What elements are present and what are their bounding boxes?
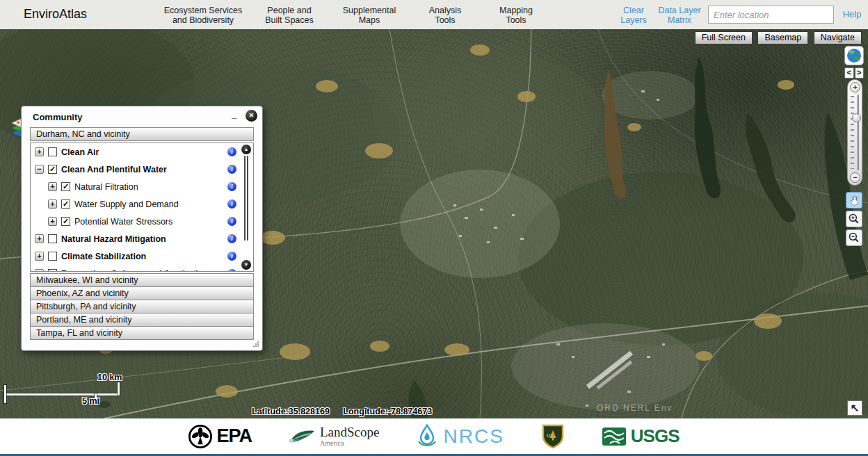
info-icon[interactable] xyxy=(227,182,236,191)
slider-zoom-in-icon[interactable]: + xyxy=(850,82,860,92)
epa-flower-icon xyxy=(188,425,212,448)
checkbox[interactable] xyxy=(48,234,57,243)
minimize-button[interactable]: _ xyxy=(232,109,241,120)
community-header-phoenix[interactable]: Phoenix, AZ and vicinity xyxy=(30,286,254,300)
expand-icon[interactable]: + xyxy=(35,147,44,156)
full-screen-button[interactable]: Full Screen xyxy=(695,31,753,44)
zoom-slider-track[interactable] xyxy=(857,95,859,170)
info-icon[interactable] xyxy=(227,234,236,243)
default-extent-button[interactable] xyxy=(847,400,862,416)
collapse-icon[interactable]: − xyxy=(35,165,44,174)
resize-grip[interactable] xyxy=(252,340,259,348)
tree-row-water-supply[interactable]: + ✓ Water Supply and Demand xyxy=(31,195,253,213)
usgs-wordmark: USGS xyxy=(631,425,680,447)
expand-icon[interactable]: + xyxy=(48,200,57,209)
next-extent-icon[interactable]: > xyxy=(855,67,865,79)
checkbox[interactable]: ✓ xyxy=(61,182,70,191)
zoom-out-tool-button[interactable] xyxy=(846,229,862,246)
checkbox[interactable]: ✓ xyxy=(48,165,57,174)
nav-mapping-tools[interactable]: Mapping Tools xyxy=(499,6,533,25)
usfs-logo[interactable]: US xyxy=(540,423,565,450)
nav-supplemental-maps[interactable]: Supplemental Maps xyxy=(343,6,396,25)
previous-extent-icon[interactable]: < xyxy=(844,67,854,79)
tree-row-natural-filtration[interactable]: + ✓ Natural Filtration xyxy=(31,178,253,195)
epa-logo[interactable]: EPA xyxy=(188,425,252,448)
layer-label: Potential Water Stressors xyxy=(74,217,172,227)
app-logo[interactable]: EnviroAtlas xyxy=(24,7,87,22)
slider-zoom-out-icon[interactable]: − xyxy=(850,172,860,183)
close-icon[interactable]: ✕ xyxy=(246,110,257,122)
expand-icon[interactable]: + xyxy=(35,252,44,261)
help-link[interactable]: Help xyxy=(843,9,862,19)
scroll-down-icon[interactable] xyxy=(241,260,251,270)
tree-row-clean-water[interactable]: − ✓ Clean And Plentiful Water xyxy=(31,161,253,178)
usgs-wave-icon xyxy=(602,427,627,446)
basemap-button[interactable]: Basemap xyxy=(757,31,808,44)
scroll-up-icon[interactable] xyxy=(241,145,251,154)
zoom-in-tool-button[interactable] xyxy=(846,211,862,227)
expand-icon[interactable]: + xyxy=(48,217,57,226)
info-icon[interactable] xyxy=(227,165,236,174)
layer-label: Clean Air xyxy=(61,147,99,157)
nav-people-built-spaces[interactable]: People and Built Spaces xyxy=(265,6,313,25)
community-header-pittsburgh[interactable]: Pittsburgh, PA and vicinity xyxy=(30,300,254,314)
scale-mi-label: 5 mi xyxy=(82,396,99,406)
layer-label: Climate Stabilization xyxy=(61,252,146,261)
map-toolbar: Full Screen Basemap Navigate xyxy=(693,31,862,44)
zoom-slider[interactable]: + − xyxy=(847,79,862,186)
scale-bar-left-tick xyxy=(4,385,6,403)
info-icon[interactable] xyxy=(227,200,236,209)
nrcs-drop-icon xyxy=(415,424,439,449)
zoom-slider-handle[interactable] xyxy=(852,113,861,122)
info-icon[interactable] xyxy=(227,269,236,272)
checkbox[interactable]: ✓ xyxy=(61,200,70,209)
tree-row-clean-air[interactable]: + Clean Air xyxy=(31,143,253,161)
nav-analysis-tools[interactable]: Analysis Tools xyxy=(429,6,462,25)
community-panel: Community _ ✕ Durham, NC and vicinity + … xyxy=(21,106,263,351)
expand-icon[interactable]: + xyxy=(48,182,57,191)
scale-bar-km-tick xyxy=(118,382,120,396)
tree-row-water-stressors[interactable]: + ✓ Potential Water Stressors xyxy=(31,213,253,230)
map-canvas[interactable]: Full Screen Basemap Navigate < > + − xyxy=(0,29,868,418)
navigate-button[interactable]: Navigate xyxy=(814,31,862,44)
tree-row-recreation-clipped[interactable]: + Recreation, Culture, and Aesthetics xyxy=(31,265,253,272)
landscope-logo[interactable]: LandScope America xyxy=(288,425,379,447)
checkbox[interactable]: ✓ xyxy=(61,217,70,226)
expand-icon[interactable]: + xyxy=(35,234,44,243)
community-panel-titlebar[interactable]: Community _ ✕ xyxy=(22,106,262,127)
layer-label: Clean And Plentiful Water xyxy=(61,165,167,174)
pan-tool-button[interactable] xyxy=(846,192,862,209)
expand-icon[interactable]: + xyxy=(35,269,44,272)
enviroatlas-app: EnviroAtlas Ecosystem Services and Biodi… xyxy=(0,0,868,456)
nav-ecosystem-services[interactable]: Ecosystem Services and Biodiversity xyxy=(164,6,243,25)
landscope-swoosh-icon xyxy=(288,427,316,446)
community-header-portland[interactable]: Portland, ME and vicinity xyxy=(30,313,254,327)
checkbox[interactable] xyxy=(48,147,57,156)
layer-label: Natural Hazard Mitigation xyxy=(61,234,166,244)
checkbox[interactable] xyxy=(48,252,57,261)
overview-globe-button[interactable] xyxy=(844,46,864,65)
layer-label: Recreation, Culture, and Aesthetics xyxy=(61,269,208,272)
layer-label: Natural Filtration xyxy=(74,182,138,192)
landscope-wordmark: LandScope xyxy=(320,425,379,439)
info-icon[interactable] xyxy=(227,147,236,156)
info-icon[interactable] xyxy=(227,217,236,226)
community-header-tampa[interactable]: Tampa, FL and vicinity xyxy=(30,326,254,340)
nrcs-wordmark: NRCS xyxy=(443,425,504,448)
tree-row-climate-stabilization[interactable]: + Climate Stabilization xyxy=(31,247,253,265)
clear-layers-link[interactable]: Clear Layers xyxy=(620,6,647,25)
hand-icon xyxy=(848,194,861,207)
location-search-input[interactable] xyxy=(708,6,834,24)
epa-wordmark: EPA xyxy=(216,425,252,447)
community-header-durham[interactable]: Durham, NC and vicinity xyxy=(30,127,254,141)
info-icon[interactable] xyxy=(227,252,236,261)
nrcs-logo[interactable]: NRCS xyxy=(415,424,504,449)
checkbox[interactable] xyxy=(48,269,57,272)
data-layer-matrix-link[interactable]: Data Layer Matrix xyxy=(658,6,700,25)
scale-bar xyxy=(4,393,120,396)
community-header-milwaukee[interactable]: Milwaukee, WI and vicinity xyxy=(30,273,254,287)
tree-row-hazard-mitigation[interactable]: + Natural Hazard Mitigation xyxy=(31,230,253,247)
coordinates-readout: Latitude:35.828169 Longitude:-78.874673 xyxy=(252,407,443,416)
usgs-logo[interactable]: USGS xyxy=(602,425,680,447)
scrollbar-thumb[interactable] xyxy=(244,156,248,241)
